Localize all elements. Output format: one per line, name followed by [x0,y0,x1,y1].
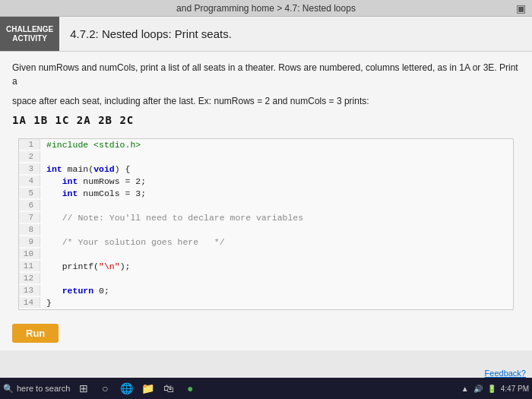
code-line-8: 8 [19,224,513,236]
taskbar: 🔍 here to search ⊞ ○ 🌐 📁 🛍 ● ▲ 🔊 🔋 4:47 … [0,378,532,399]
code-line-12: 12 [19,273,513,285]
code-line-7: 7 // Note: You'll need to declare more v… [19,212,513,224]
search-label: here to search [17,384,70,393]
breadcrumb: and Programming home > 4.7: Nested loops [176,3,356,14]
code-line-14: 14 } [19,297,513,309]
taskbar-search: 🔍 here to search [3,384,70,394]
taskbar-clock: 4:47 PM [501,385,529,393]
challenge-badge: CHALLENGE ACTIVITY [0,17,59,51]
run-section: Run [0,316,532,350]
taskbar-icons: ⊞ ○ 🌐 📁 🛍 ● [76,381,198,396]
badge-line1: CHALLENGE [6,25,53,34]
code-line-13: 13 return 0; [19,285,513,297]
feedback-link[interactable]: Feedback? [485,369,526,378]
taskbar-battery-icon: 🔋 [487,385,496,393]
description-line1: Given numRows and numCols, print a list … [12,61,520,88]
run-button[interactable]: Run [12,324,59,343]
code-line-5: 5 int numCols = 3; [19,188,513,200]
code-editor[interactable]: 1 #include <stdio.h> 2 3 int main(void) … [18,138,514,310]
code-line-6: 6 [19,200,513,212]
code-line-3: 3 int main(void) { [19,163,513,176]
taskbar-folder-icon[interactable]: 📁 [140,381,155,396]
taskbar-network-icon: ▲ [461,385,469,393]
code-line-11: 11 printf("\n"); [19,261,513,273]
taskbar-sound-icon: 🔊 [473,385,483,393]
top-bar: and Programming home > 4.7: Nested loops… [0,0,532,17]
badge-line2: ACTIVITY [12,34,47,43]
code-line-4: 4 int numRows = 2; [19,176,513,188]
example-output: 1A 1B 1C 2A 2B 2C [12,114,520,126]
activity-title: 4.7.2: Nested loops: Print seats. [59,17,532,51]
code-line-10: 10 [19,249,513,261]
code-line-2: 2 [19,151,513,163]
taskbar-cortana-icon[interactable]: ○ [97,381,112,396]
code-line-9: 9 /* Your solution goes here */ [19,236,513,249]
search-icon: 🔍 [3,384,14,394]
taskbar-store-icon[interactable]: 🛍 [161,381,176,396]
taskbar-windows-icon[interactable]: ⊞ [76,381,91,396]
taskbar-right: ▲ 🔊 🔋 4:47 PM [461,385,529,393]
window-icon: ▣ [516,2,526,14]
taskbar-edge-icon[interactable]: 🌐 [119,381,134,396]
taskbar-chrome-icon[interactable]: ● [182,381,198,396]
header-row: CHALLENGE ACTIVITY 4.7.2: Nested loops: … [0,17,532,52]
description-line2: space after each seat, including after t… [12,94,520,108]
main-content: Given numRows and numCols, print a list … [0,52,532,316]
code-line-1: 1 #include <stdio.h> [19,139,513,151]
